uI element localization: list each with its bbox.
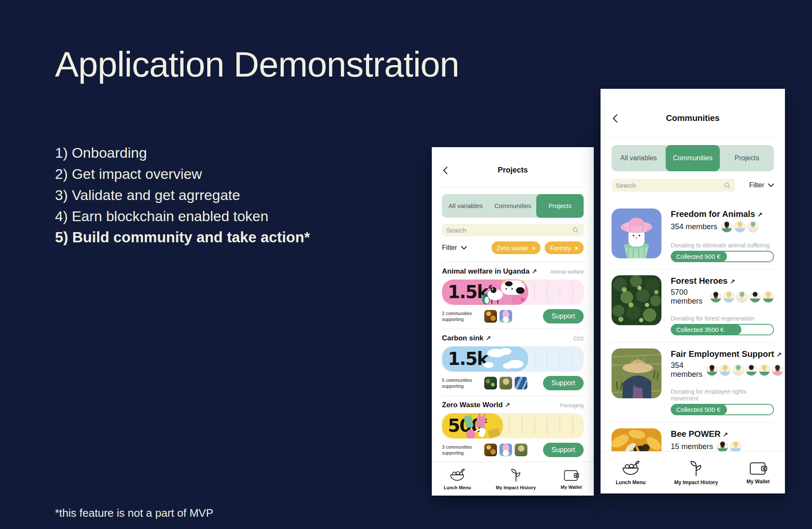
communities-screen: Communities All variables Communities Pr…	[601, 89, 785, 493]
packaging-illustration	[462, 413, 503, 439]
avatar	[515, 377, 527, 389]
divider	[442, 329, 584, 329]
project-name[interactable]: Carbon sink	[442, 334, 483, 343]
project-title-row[interactable]: Animal welfare in Uganda ↗ Animal welfar…	[442, 267, 584, 276]
nav-item-lunch-menu[interactable]: Lunch Menu	[444, 468, 471, 490]
divider	[612, 137, 774, 137]
search-bar[interactable]	[612, 179, 735, 192]
member-avatar	[732, 365, 744, 376]
member-avatar	[719, 365, 731, 376]
chevron-left-icon	[443, 166, 448, 175]
chevron-left-icon	[612, 114, 618, 123]
community-info: Fair Employment Support↗ 354 members Don…	[671, 348, 774, 415]
chevron-down-icon	[768, 184, 774, 187]
nav-item-wallet[interactable]: My Wallet	[746, 460, 770, 485]
collected-label: Collected 500 €	[676, 253, 720, 260]
member-avatar	[706, 365, 718, 376]
support-button[interactable]: Support	[543, 309, 584, 323]
community-card: Fair Employment Support↗ 354 members Don…	[612, 343, 774, 422]
segmented-control: All variables Communities Projects	[442, 194, 584, 218]
wallet-icon	[563, 469, 579, 482]
avatar	[484, 444, 497, 456]
page-title: Application Demonstration	[55, 44, 459, 85]
search-icon	[724, 182, 731, 189]
project-category: CO2	[573, 336, 584, 342]
community-name[interactable]: Forest Heroes	[671, 276, 728, 285]
community-info: Forest Heroes↗ 5700 members Donating for…	[671, 275, 774, 335]
sprout-icon	[510, 468, 522, 482]
community-title-row[interactable]: Fair Employment Support↗	[671, 349, 774, 359]
support-button[interactable]: Support	[543, 443, 584, 457]
filter-row: Filter Zero waste × Foresty ×	[442, 241, 584, 254]
divider	[442, 262, 584, 262]
external-link-icon: ↗	[757, 211, 763, 219]
community-image-forest	[612, 275, 661, 325]
project-name[interactable]: Zero Waste World	[442, 401, 503, 409]
nav-label: My Wallet	[746, 479, 770, 485]
search-bar[interactable]	[442, 224, 584, 236]
community-title-row[interactable]: Bee POWER↗	[671, 429, 774, 439]
back-button[interactable]	[612, 114, 618, 125]
projects-screen: Projects All variables Communities Proje…	[432, 147, 594, 496]
search-input[interactable]	[446, 227, 572, 234]
tab-communities[interactable]: Communities	[666, 145, 720, 171]
progress-fill: 1.5k€	[442, 280, 528, 305]
community-image-farmer	[612, 348, 661, 398]
tab-all-variables[interactable]: All variables	[442, 194, 489, 218]
list-item-highlighted: 5) Build community and take action*	[55, 227, 310, 248]
member-avatar	[723, 291, 735, 303]
donation-progress-bar: 500€	[442, 413, 584, 439]
community-title-row[interactable]: Freedom for Animals↗	[671, 209, 774, 219]
filter-chip-foresty[interactable]: Foresty ×	[545, 241, 584, 254]
filter-label: Filter	[442, 244, 457, 252]
external-link-icon: ↗	[723, 431, 728, 439]
filter-button[interactable]: Filter	[442, 244, 467, 252]
donation-progress-bar: 1.5k€	[442, 280, 584, 305]
nav-label: Lunch Menu	[444, 485, 471, 490]
member-count: 5700 members	[671, 288, 706, 306]
avatar	[499, 444, 512, 456]
nav-item-lunch-menu[interactable]: Lunch Menu	[616, 460, 646, 485]
nav-item-wallet[interactable]: My Wallet	[561, 469, 582, 490]
donation-progress-bar: 1.5k€	[442, 346, 584, 372]
close-icon[interactable]: ×	[575, 244, 579, 252]
nav-item-impact-history[interactable]: My Impact History	[674, 460, 718, 485]
progress-fill: Collected 3500 €	[671, 324, 741, 335]
divider	[442, 187, 584, 187]
support-button[interactable]: Support	[543, 376, 584, 390]
project-title-row[interactable]: Zero Waste World ↗ Packaging	[442, 401, 584, 409]
avatar	[499, 377, 512, 389]
filter-chip-zero-waste[interactable]: Zero waste ×	[491, 241, 540, 254]
back-button[interactable]	[443, 166, 448, 176]
tab-projects[interactable]: Projects	[720, 145, 774, 171]
nav-item-impact-history[interactable]: My Impact History	[496, 468, 536, 490]
external-link-icon: ↗	[532, 268, 537, 275]
filter-label: Filter	[749, 181, 764, 189]
supporting-count: 5 communities supporting	[442, 377, 481, 389]
bowl-icon	[621, 460, 640, 477]
bottom-nav: Lunch Menu My Impact History My Wallet	[601, 451, 785, 493]
close-icon[interactable]: ×	[532, 244, 535, 252]
chip-label: Zero waste	[497, 244, 528, 252]
community-name[interactable]: Freedom for Animals	[671, 209, 755, 219]
bowl-icon	[449, 468, 465, 482]
community-name[interactable]: Bee POWER	[671, 429, 721, 439]
tab-communities[interactable]: Communities	[489, 194, 537, 218]
members-row: 15 members	[671, 441, 774, 452]
collected-label: Collected 500 €	[676, 406, 720, 413]
project-name[interactable]: Animal welfare in Uganda	[442, 267, 529, 276]
community-avatars	[484, 310, 512, 323]
filter-button[interactable]: Filter	[749, 181, 774, 189]
tab-all-variables[interactable]: All variables	[612, 145, 666, 171]
search-input[interactable]	[616, 182, 724, 189]
communities-header: Communities	[612, 113, 774, 124]
member-avatar	[721, 221, 732, 233]
segmented-control: All variables Communities Projects	[612, 145, 774, 171]
farm-animals-illustration	[481, 280, 528, 305]
project-title-row[interactable]: Carbon sink ↗ CO2	[442, 334, 584, 343]
community-card: Forest Heroes↗ 5700 members Donating for…	[612, 269, 774, 343]
tab-projects[interactable]: Projects	[536, 194, 584, 218]
community-title-row[interactable]: Forest Heroes↗	[671, 276, 774, 286]
community-name[interactable]: Fair Employment Support	[671, 349, 774, 359]
avatar	[484, 310, 497, 323]
